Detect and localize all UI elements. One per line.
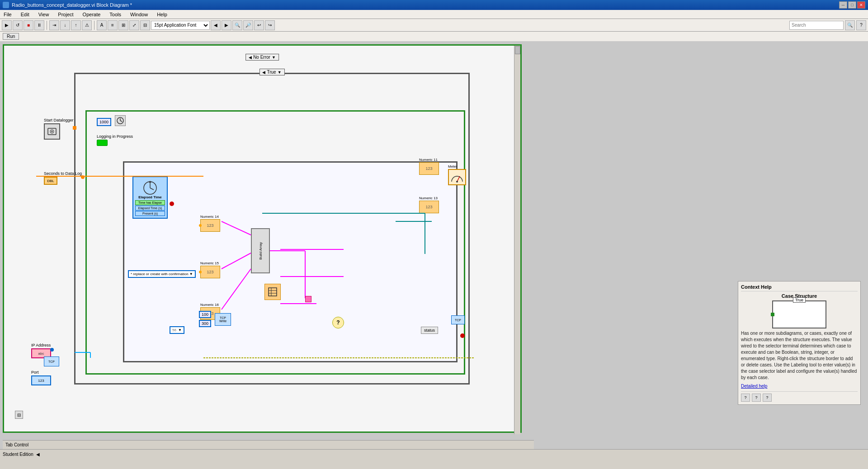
- help-btn-3[interactable]: ?: [763, 394, 772, 402]
- svg-line-15: [150, 188, 154, 190]
- menu-tools[interactable]: Tools: [108, 11, 123, 18]
- scroll-thumb[interactable]: [515, 46, 520, 54]
- zoom-out[interactable]: 🔍: [232, 20, 242, 30]
- redo-btn[interactable]: ↪: [265, 20, 275, 30]
- pause-btn[interactable]: ⏸: [34, 20, 44, 30]
- no-error-label: No Error: [253, 55, 270, 60]
- elapsed-time-label: Elapsed Time: [135, 195, 165, 199]
- tab-control-label: Tab Control: [5, 442, 28, 447]
- minimize-button[interactable]: ─: [839, 1, 847, 9]
- start-datalogger-label: Start Datalogger: [44, 118, 74, 122]
- font-size-inc[interactable]: ▶: [222, 20, 231, 30]
- svg-point-28: [456, 181, 458, 183]
- left-arrow-status: ◀: [36, 452, 40, 457]
- replace-create-dropdown[interactable]: * replace or create with confirmation ▼: [128, 270, 196, 278]
- numeric14-block: 123: [200, 219, 220, 232]
- canvas-area: ◀ No Error ▼ ◀ True ▼: [0, 42, 868, 459]
- case-selector-terminal: [771, 313, 774, 316]
- step-over-btn[interactable]: ⇥: [49, 20, 59, 30]
- status-bar: Student Edition ◀: [0, 449, 868, 459]
- font-dropdown[interactable]: 15pt Application Font: [151, 21, 210, 30]
- numeric13-block: 123: [419, 201, 439, 213]
- error-terminal: [170, 202, 174, 206]
- run-continuously-btn[interactable]: ↺: [13, 20, 23, 30]
- warn-btn[interactable]: ⚠: [82, 20, 92, 30]
- maximize-button[interactable]: □: [848, 1, 856, 9]
- numeric15-area: Numeric 15 123: [200, 261, 220, 278]
- sep2: [94, 21, 94, 30]
- tab-control-icon: ⊟: [15, 411, 23, 419]
- elapsed-time-sec: Elapsed Time (s): [135, 206, 165, 211]
- run-button[interactable]: Run: [3, 33, 19, 40]
- error-dot-right: [460, 333, 465, 338]
- logging-led: [97, 140, 108, 146]
- menu-file[interactable]: File: [2, 11, 14, 18]
- seconds-data-log-label: Seconds to Data Log: [44, 171, 82, 176]
- help-btn-1[interactable]: ?: [741, 394, 750, 402]
- menu-view[interactable]: View: [37, 11, 51, 18]
- menu-help[interactable]: Help: [155, 11, 169, 18]
- text-settings-btn[interactable]: A: [97, 20, 107, 30]
- error-handler: ?: [332, 317, 344, 328]
- reorder-btn[interactable]: ⊟: [140, 20, 150, 30]
- numeric13-area: Numeric 13 123: [419, 196, 439, 213]
- tab-bar: Tab Control: [3, 440, 534, 449]
- ip-address-label: IP Address: [31, 343, 51, 347]
- case-preview: True: [772, 300, 826, 328]
- numeric14-label: Numeric 14: [200, 215, 220, 219]
- ip-terminal: [50, 348, 54, 352]
- meter-label: Meter: [448, 164, 466, 169]
- menu-operate[interactable]: Operate: [81, 11, 103, 18]
- connection-timeout-dropdown[interactable]: 56 ▼: [170, 326, 184, 334]
- context-help-description: Has one or more subdiagrams, or cases, e…: [741, 330, 858, 381]
- menu-project[interactable]: Project: [56, 11, 75, 18]
- menu-edit[interactable]: Edit: [19, 11, 31, 18]
- numeric14-area: Numeric 14 123: [200, 215, 220, 232]
- menu-window[interactable]: Window: [128, 11, 150, 18]
- svg-line-19: [222, 269, 251, 310]
- detailed-help-link[interactable]: Detailed help: [741, 384, 858, 389]
- step-out-btn[interactable]: ↑: [71, 20, 81, 30]
- step-into-btn[interactable]: ↓: [60, 20, 70, 30]
- window-controls: ─ □ ✕: [839, 1, 865, 9]
- help-btn-2[interactable]: ?: [752, 394, 761, 402]
- no-error-case: ◀ No Error ▼: [245, 54, 279, 61]
- title-bar: Radio_buttons_concept_datalogger.vi Bloc…: [0, 0, 868, 10]
- abort-btn[interactable]: ■: [24, 20, 33, 30]
- search-area: 🔍 ?: [789, 20, 866, 30]
- start-datalogger-area: Start Datalogger: [44, 118, 74, 140]
- port-area: Port 123: [31, 370, 51, 385]
- no-error-left-arrow: ◀: [249, 55, 252, 60]
- inner-case-structure: Elapsed Time Time has Elapse Elapsed Tim…: [123, 161, 458, 362]
- status-output: status: [421, 327, 438, 334]
- font-size-dec[interactable]: ◀: [211, 20, 221, 30]
- svg-line-12: [120, 121, 122, 122]
- close-button[interactable]: ✕: [857, 1, 865, 9]
- numeric13-label: Numeric 13: [419, 196, 439, 200]
- context-help-title: Context Help: [741, 284, 858, 291]
- value-300: 300: [199, 320, 211, 327]
- timeout-dropdown-arrow: ▼: [178, 328, 182, 332]
- scrollbar-vertical[interactable]: [514, 46, 520, 434]
- resize-btn[interactable]: ⤢: [129, 20, 139, 30]
- numeric15-block: 123: [200, 266, 220, 278]
- help-icon[interactable]: ?: [856, 20, 866, 30]
- align-btn[interactable]: ≡: [108, 20, 118, 30]
- ip-address-area: IP Address abc: [31, 343, 51, 358]
- distribute-btn[interactable]: ⊞: [118, 20, 128, 30]
- port-label: Port: [31, 370, 51, 375]
- run-toolbar-btn[interactable]: ▶: [2, 20, 12, 30]
- zoom-in[interactable]: 🔎: [243, 20, 253, 30]
- search-input[interactable]: [789, 21, 844, 30]
- meter-area: Meter: [448, 164, 466, 185]
- true-case-label: ◀ True ▼: [259, 69, 284, 75]
- numeric11-area: Numeric 11 123: [419, 158, 439, 175]
- elapsed-time-block: Elapsed Time Time has Elapse Elapsed Tim…: [132, 176, 168, 219]
- tcp-block-left: TCP: [44, 356, 59, 366]
- menu-bar: File Edit View Project Operate Tools Win…: [0, 10, 868, 19]
- build-array-block: Build Array: [251, 228, 270, 273]
- help-icon-bar: ? ? ?: [741, 391, 858, 402]
- svg-line-27: [457, 176, 460, 182]
- undo-btn[interactable]: ↩: [254, 20, 264, 30]
- search-btn[interactable]: 🔍: [845, 20, 855, 30]
